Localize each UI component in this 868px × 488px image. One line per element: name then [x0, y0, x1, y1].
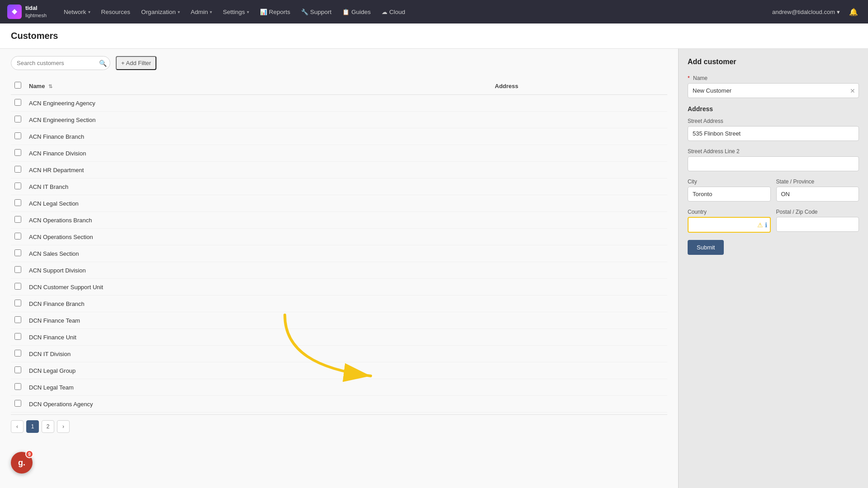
page-button-2[interactable]: 2 [42, 420, 54, 433]
row-checkbox[interactable] [14, 350, 21, 357]
toolbar: 🔍 + Add Filter [11, 56, 667, 70]
row-checkbox[interactable] [14, 333, 21, 340]
nav-item-reports[interactable]: 📊 Reports [255, 6, 295, 18]
table-row[interactable]: ACN Operations Section [11, 229, 667, 245]
row-checkbox[interactable] [14, 166, 21, 173]
table-row[interactable]: DCN Finance Unit [11, 329, 667, 346]
row-checkbox[interactable] [14, 183, 21, 189]
table-row[interactable]: ACN Finance Division [11, 145, 667, 162]
submit-button[interactable]: Submit [688, 240, 724, 255]
street2-label: Street Address Line 2 [688, 148, 859, 155]
nav-item-network[interactable]: Network ▾ [59, 6, 95, 18]
nav-item-cloud[interactable]: ☁ Cloud [377, 6, 410, 18]
row-checkbox[interactable] [14, 266, 21, 273]
row-name-cell: DCN Finance Unit [25, 329, 491, 346]
row-checkbox-cell [11, 346, 25, 362]
user-menu[interactable]: andrew@tidalcloud.com ▾ [768, 6, 844, 18]
table-row[interactable]: ACN Operations Branch [11, 212, 667, 229]
row-name-cell: ACN Engineering Agency [25, 95, 491, 112]
row-address-cell [491, 229, 668, 245]
row-address-cell [491, 362, 668, 379]
row-checkbox-cell [11, 195, 25, 212]
top-navigation: tidal lightmesh Network ▾ Resources Orga… [0, 0, 868, 23]
row-checkbox[interactable] [14, 99, 21, 106]
select-all-checkbox[interactable] [14, 82, 21, 89]
table-row[interactable]: DCN Customer Support Unit [11, 279, 667, 296]
row-checkbox[interactable] [14, 149, 21, 156]
state-form-group: State / Province [776, 178, 859, 202]
nav-item-support[interactable]: 🔧 Support [297, 6, 336, 18]
row-name-cell: ACN Legal Section [25, 195, 491, 212]
table-row[interactable]: DCN Legal Team [11, 379, 667, 396]
search-input[interactable] [11, 56, 110, 70]
cloud-icon: ☁ [382, 9, 387, 15]
required-asterisk: * [688, 75, 690, 81]
row-checkbox[interactable] [14, 366, 21, 373]
add-filter-button[interactable]: + Add Filter [116, 56, 156, 70]
table-row[interactable]: ACN Support Division [11, 262, 667, 279]
row-checkbox[interactable] [14, 233, 21, 239]
prev-page-button[interactable]: ‹ [11, 420, 24, 433]
table-row[interactable]: DCN Finance Team [11, 312, 667, 329]
search-wrapper: 🔍 [11, 56, 110, 70]
row-name-cell: ACN HR Department [25, 162, 491, 178]
row-name-cell: ACN Operations Branch [25, 212, 491, 229]
row-checkbox[interactable] [14, 400, 21, 407]
table-row[interactable]: DCN IT Division [11, 346, 667, 362]
support-icon: 🔧 [301, 9, 308, 15]
table-row[interactable]: ACN HR Department [11, 162, 667, 178]
row-name-cell: DCN Customer Support Unit [25, 279, 491, 296]
nav-item-admin[interactable]: Admin ▾ [186, 6, 217, 18]
header-checkbox-cell [11, 77, 25, 95]
row-checkbox[interactable] [14, 316, 21, 323]
row-checkbox[interactable] [14, 116, 21, 122]
app-logo[interactable]: tidal lightmesh [7, 5, 47, 19]
table-row[interactable]: ACN Sales Section [11, 245, 667, 262]
row-checkbox[interactable] [14, 283, 21, 290]
row-address-cell [491, 396, 668, 413]
page-2-label: 2 [47, 423, 50, 430]
grapp9-badge[interactable]: g. 9 [11, 452, 33, 474]
column-header-name[interactable]: Name ⇅ [25, 77, 491, 95]
next-page-button[interactable]: › [57, 420, 70, 433]
table-row[interactable]: DCN Legal Group [11, 362, 667, 379]
row-checkbox[interactable] [14, 199, 21, 206]
nav-item-guides[interactable]: 📋 Guides [338, 6, 375, 18]
row-address-cell [491, 245, 668, 262]
search-icon[interactable]: 🔍 [99, 60, 107, 67]
submit-label: Submit [697, 244, 715, 251]
address-section-title: Address [688, 105, 859, 113]
column-address-label: Address [495, 83, 519, 89]
table-row[interactable]: ACN Finance Branch [11, 128, 667, 145]
table-row[interactable]: DCN Finance Branch [11, 296, 667, 312]
name-input[interactable] [688, 83, 859, 98]
state-input[interactable] [776, 187, 859, 202]
row-checkbox[interactable] [14, 249, 21, 256]
chevron-down-icon: ▾ [210, 9, 212, 14]
nav-label-admin: Admin [191, 9, 208, 15]
row-checkbox[interactable] [14, 216, 21, 223]
page-button-1[interactable]: 1 [26, 420, 39, 433]
row-name-cell: DCN Legal Team [25, 379, 491, 396]
nav-item-settings[interactable]: Settings ▾ [218, 6, 254, 18]
row-checkbox-cell [11, 229, 25, 245]
nav-item-organization[interactable]: Organization ▾ [137, 6, 184, 18]
table-row[interactable]: ACN Legal Section [11, 195, 667, 212]
row-checkbox[interactable] [14, 132, 21, 139]
street-address-input[interactable] [688, 126, 859, 141]
row-checkbox[interactable] [14, 300, 21, 306]
postal-input[interactable] [776, 217, 859, 232]
table-row[interactable]: ACN Engineering Section [11, 112, 667, 128]
street-address-label: Street Address [688, 118, 859, 124]
clear-name-icon[interactable]: ✕ [850, 87, 855, 94]
logo-line1: tidal [25, 5, 47, 12]
row-checkbox[interactable] [14, 383, 21, 390]
notifications-bell[interactable]: 🔔 [846, 5, 861, 19]
nav-item-resources[interactable]: Resources [97, 6, 135, 18]
table-row[interactable]: DCN Operations Agency [11, 396, 667, 413]
table-row[interactable]: ACN Engineering Agency [11, 95, 667, 112]
city-input[interactable] [688, 187, 771, 202]
row-checkbox-cell [11, 362, 25, 379]
street2-input[interactable] [688, 156, 859, 171]
table-row[interactable]: ACN IT Branch [11, 178, 667, 195]
